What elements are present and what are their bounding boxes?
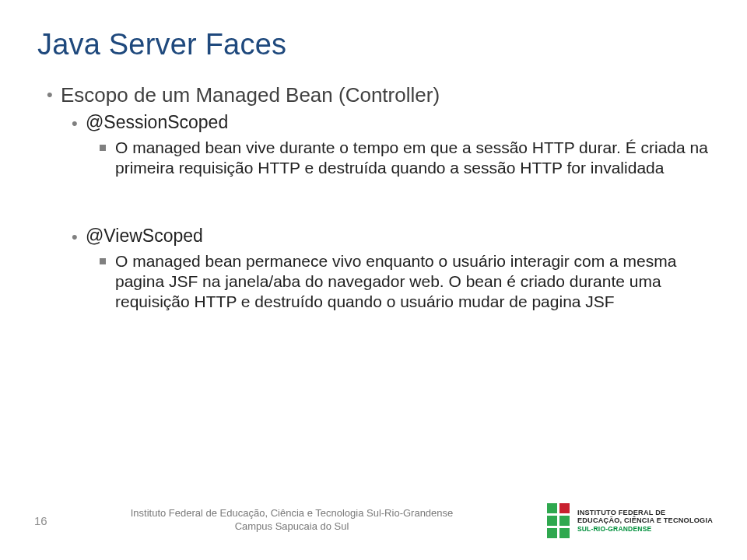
logo-text: INSTITUTO FEDERAL DE EDUCAÇÃO, CIÊNCIA E…	[577, 509, 713, 533]
bullet-l2-session: @SessionScoped	[72, 112, 710, 133]
logo-line2: EDUCAÇÃO, CIÊNCIA E TECNOLOGIA	[577, 516, 713, 524]
logo-squares-icon	[547, 503, 570, 538]
bullet-l3-session: O managed bean vive durante o tempo em q…	[100, 138, 710, 179]
slide: Java Server Faces Escopo de um Managed B…	[0, 0, 747, 560]
page-number: 16	[34, 514, 65, 527]
logo-sq	[559, 528, 570, 538]
bullet-l3-view: O managed bean permanece vivo enquanto o…	[100, 251, 710, 313]
bullet-l2-view: @ViewScoped	[72, 226, 710, 247]
square-bullet-icon	[100, 145, 106, 151]
logo-sq	[559, 503, 570, 513]
footer: 16 Instituto Federal de Educação, Ciênci…	[0, 496, 747, 544]
logo-line3: SUL-RIO-GRANDENSE	[577, 525, 713, 533]
logo: INSTITUTO FEDERAL DE EDUCAÇÃO, CIÊNCIA E…	[518, 503, 713, 538]
l1-text: Escopo de um Managed Bean (Controller)	[61, 83, 440, 107]
logo-sq	[559, 516, 570, 526]
institution-line2: Campus Sapucaia do Sul	[65, 520, 518, 534]
view-heading: @ViewScoped	[86, 226, 203, 247]
institution-text: Instituto Federal de Educação, Ciência e…	[65, 507, 518, 534]
square-bullet-icon	[100, 258, 106, 264]
logo-sq	[547, 503, 557, 513]
session-body: O managed bean vive durante o tempo em q…	[115, 138, 710, 179]
bullet-l1: Escopo de um Managed Bean (Controller)	[47, 83, 710, 107]
logo-sq	[547, 516, 557, 526]
session-heading: @SessionScoped	[86, 112, 228, 133]
institution-line1: Instituto Federal de Educação, Ciência e…	[65, 507, 518, 520]
logo-sq	[547, 528, 557, 538]
logo-line1: INSTITUTO FEDERAL DE	[577, 509, 665, 516]
view-body: O managed bean permanece vivo enquanto o…	[115, 251, 710, 313]
slide-title: Java Server Faces	[37, 28, 710, 61]
